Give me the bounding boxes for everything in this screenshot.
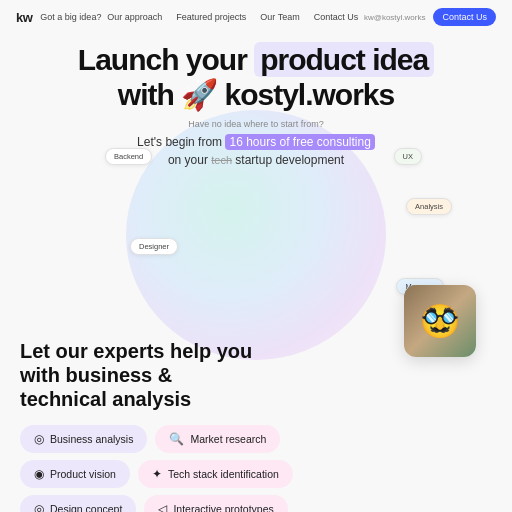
tech-stack-icon: ✦ <box>152 467 162 481</box>
pill-design-concept-label: Design concept <box>50 503 122 512</box>
hero-subtitle-highlight: 16 hours of free consulting <box>225 134 374 150</box>
market-research-icon: 🔍 <box>169 432 184 446</box>
floating-tag-designer: Designer <box>130 238 178 255</box>
nav-link-team[interactable]: Our Team <box>260 12 299 22</box>
hero-subtitle: Let's begin from 16 hours of free consul… <box>24 133 488 169</box>
hero-title-highlight: product idea <box>254 42 434 77</box>
pills-row-3: ◎ Design concept ◁ Interactive prototype… <box>20 495 492 512</box>
section-title: Let our experts help you with business &… <box>20 339 260 411</box>
hero-subtitle-small: Have no idea where to start from? <box>24 119 488 129</box>
logo: kw <box>16 10 32 25</box>
pill-market-research-label: Market research <box>190 433 266 445</box>
pill-interactive-prototypes-label: Interactive prototypes <box>173 503 273 512</box>
hero-subtitle-strike: tech <box>211 154 232 166</box>
pill-tech-stack-label: Tech stack identification <box>168 468 279 480</box>
hero-subtitle-mid: on your <box>168 153 211 167</box>
nav-email: kw@kostyl.works <box>364 13 425 22</box>
nav-link-approach[interactable]: Our approach <box>107 12 162 22</box>
hero-section: Launch your product idea with 🚀 kostyl.w… <box>0 34 512 169</box>
pill-product-vision[interactable]: ◉ Product vision <box>20 460 130 488</box>
analysis-section: Let our experts help you with business &… <box>0 339 512 512</box>
hero-title-line2: with 🚀 kostyl.works <box>118 78 394 111</box>
hero-subtitle-start: Let's begin from <box>137 135 225 149</box>
pill-market-research[interactable]: 🔍 Market research <box>155 425 280 453</box>
pill-business-analysis-label: Business analysis <box>50 433 133 445</box>
interactive-prototypes-icon: ◁ <box>158 502 167 512</box>
pill-business-analysis[interactable]: ◎ Business analysis <box>20 425 147 453</box>
pills-row-2: ◉ Product vision ✦ Tech stack identifica… <box>20 460 492 488</box>
navbar: kw Got a big idea? Our approach Featured… <box>0 0 512 34</box>
design-concept-icon: ◎ <box>34 502 44 512</box>
business-analysis-icon: ◎ <box>34 432 44 446</box>
pills-row-1: ◎ Business analysis 🔍 Market research <box>20 425 492 453</box>
floating-tag-analysis: Analysis <box>406 198 452 215</box>
pill-design-concept[interactable]: ◎ Design concept <box>20 495 136 512</box>
nav-link-contact[interactable]: Contact Us <box>314 12 359 22</box>
hero-subtitle-end: startup development <box>232 153 344 167</box>
pills-grid: ◎ Business analysis 🔍 Market research ◉ … <box>20 425 492 512</box>
hero-title: Launch your product idea with 🚀 kostyl.w… <box>24 42 488 113</box>
pill-product-vision-label: Product vision <box>50 468 116 480</box>
pill-tech-stack[interactable]: ✦ Tech stack identification <box>138 460 293 488</box>
nav-link-projects[interactable]: Featured projects <box>176 12 246 22</box>
pill-interactive-prototypes[interactable]: ◁ Interactive prototypes <box>144 495 287 512</box>
nav-links: Our approach Featured projects Our Team … <box>107 12 358 22</box>
contact-button[interactable]: Contact Us <box>433 8 496 26</box>
nav-tagline[interactable]: Got a big idea? <box>40 12 101 22</box>
hero-title-line1: Launch your <box>78 43 247 76</box>
product-vision-icon: ◉ <box>34 467 44 481</box>
